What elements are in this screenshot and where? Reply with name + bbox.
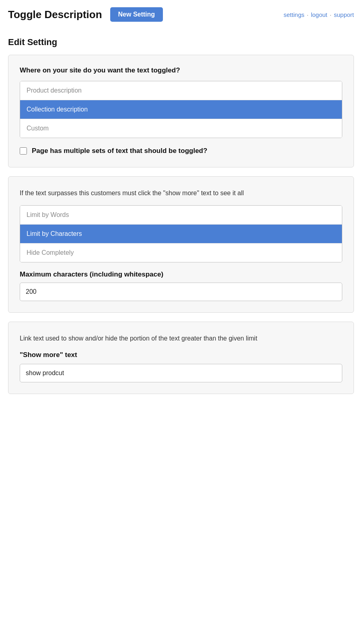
card3-desc: Link text used to show and/or hide the p… — [20, 333, 342, 344]
support-link[interactable]: support — [334, 11, 354, 18]
option-product-description[interactable]: Product description — [20, 81, 342, 100]
limit-type-list: Limit by Words Limit by Characters Hide … — [20, 205, 342, 262]
option-collection-description[interactable]: Collection description — [20, 100, 342, 119]
option-custom[interactable]: Custom — [20, 119, 342, 138]
card2-desc: If the text surpasses this customers mus… — [20, 188, 342, 198]
app-header: Toggle Description New Setting settings … — [8, 0, 354, 28]
card-toggle-location: Where on your site do you want the text … — [8, 55, 354, 167]
max-chars-label: Maximum characters (including whitespace… — [20, 270, 342, 279]
option-limit-by-characters[interactable]: Limit by Characters — [20, 225, 342, 244]
header-left: Toggle Description New Setting — [8, 7, 163, 22]
card-show-more-text: Link text used to show and/or hide the p… — [8, 322, 354, 394]
multiple-sets-label[interactable]: Page has multiple sets of text that shou… — [32, 146, 207, 156]
new-setting-button[interactable]: New Setting — [110, 7, 163, 22]
nav-dot-1: · — [307, 11, 309, 18]
option-hide-completely[interactable]: Hide Completely — [20, 244, 342, 262]
page-title: Edit Setting — [8, 37, 354, 47]
multiple-sets-checkbox-row: Page has multiple sets of text that shou… — [20, 146, 342, 156]
settings-link[interactable]: settings — [284, 11, 304, 18]
card1-label: Where on your site do you want the text … — [20, 66, 342, 74]
max-chars-input[interactable] — [20, 283, 342, 301]
app-title: Toggle Description — [8, 8, 102, 21]
header-nav: settings · logout · support — [284, 11, 354, 18]
option-limit-by-words[interactable]: Limit by Words — [20, 206, 342, 225]
multiple-sets-checkbox[interactable] — [20, 147, 27, 155]
nav-dot-2: · — [330, 11, 331, 18]
show-more-label: "Show more" text — [20, 351, 342, 359]
show-more-input[interactable] — [20, 364, 342, 382]
logout-link[interactable]: logout — [311, 11, 327, 18]
card-limit-type: If the text surpasses this customers mus… — [8, 176, 354, 313]
toggle-location-list: Product description Collection descripti… — [20, 81, 342, 138]
